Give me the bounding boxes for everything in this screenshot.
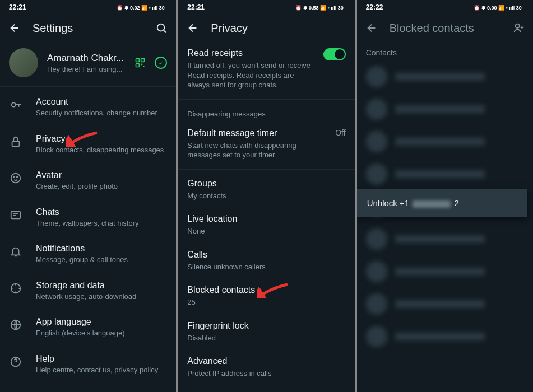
status-bar: 22:21 ⏰ ✽ 0.02 📶 ▫ ııll 30 [0, 0, 176, 15]
svg-rect-8 [12, 141, 20, 146]
contact-name [395, 300, 485, 308]
back-icon[interactable] [365, 21, 378, 35]
unblock-suffix: 2 [454, 198, 458, 208]
contact-name [395, 73, 485, 81]
settings-item-chats[interactable]: ChatsTheme, wallpapers, chat history [0, 199, 176, 236]
profile-name: Amarnath Chakr... [47, 53, 126, 64]
svg-rect-6 [143, 66, 145, 67]
privacy-header: Privacy [178, 15, 354, 41]
contact-item[interactable] [357, 223, 533, 255]
section-disappearing: Disappearing messages [178, 102, 354, 122]
unblock-prefix: Unblock +1 [367, 198, 409, 208]
privacy-screen: 22:21 ⏰ ✽ 0.58 📶 ▫ ııll 30 Privacy Read … [178, 0, 354, 392]
svg-point-7 [12, 102, 16, 106]
svg-text:⏰ ✽ 0.00 📶 ▫ ııll 30: ⏰ ✽ 0.00 📶 ▫ ııll 30 [474, 4, 522, 11]
contact-name [395, 170, 485, 178]
redacted-number [413, 200, 451, 208]
settings-screen: 22:21 ⏰ ✽ 0.02 📶 ▫ ııll 30 Settings Amar… [0, 0, 176, 392]
add-person-icon[interactable] [512, 21, 525, 35]
privacy-calls[interactable]: Calls Silence unknown callers [178, 243, 354, 279]
settings-item-avatar[interactable]: AvatarCreate, edit, profile photo [0, 162, 176, 199]
contact-avatar [366, 261, 387, 282]
profile-text: Amarnath Chakr... Hey there! I am using.… [47, 53, 126, 73]
svg-point-9 [11, 174, 21, 183]
qr-icon[interactable] [135, 57, 146, 68]
svg-point-1 [157, 24, 165, 31]
page-title: Settings [33, 22, 143, 35]
profile-status: Hey there! I am using... [47, 65, 126, 73]
svg-rect-4 [136, 64, 140, 67]
contact-item[interactable] [357, 158, 533, 190]
contact-name [395, 235, 485, 243]
svg-rect-3 [141, 59, 145, 62]
divider [178, 99, 354, 100]
svg-rect-2 [136, 59, 140, 62]
privacy-read-receipts[interactable]: Read receipts If turned off, you won't s… [178, 41, 354, 97]
settings-item-privacy[interactable]: PrivacyBlock contacts, disappearing mess… [0, 126, 176, 163]
settings-header: Settings [0, 15, 176, 41]
contact-item[interactable] [357, 288, 533, 320]
status-icons: ⏰ ✽ 0.00 📶 ▫ ııll 30 [474, 4, 524, 11]
svg-rect-5 [141, 64, 143, 66]
contact-name [395, 138, 485, 146]
chat-icon [9, 208, 22, 222]
status-bar: 22:21 ⏰ ✽ 0.58 📶 ▫ ııll 30 [178, 0, 354, 15]
face-icon [9, 171, 22, 185]
contact-item[interactable] [357, 320, 533, 353]
data-icon [9, 282, 22, 295]
globe-icon [9, 318, 22, 332]
contact-avatar [366, 228, 387, 250]
avatar [9, 48, 38, 77]
privacy-groups[interactable]: Groups My contacts [178, 172, 354, 208]
contact-item[interactable] [357, 255, 533, 288]
privacy-default-timer[interactable]: Default message timer Start new chats wi… [178, 122, 354, 167]
help-icon [9, 355, 22, 368]
contact-avatar [366, 131, 387, 152]
privacy-advanced[interactable]: Advanced Protect IP address in calls [178, 349, 354, 385]
privacy-fingerprint[interactable]: Fingerprint lock Disabled [178, 314, 354, 350]
read-receipts-toggle[interactable] [323, 48, 346, 60]
back-icon[interactable] [8, 21, 21, 35]
timer-value: Off [335, 128, 345, 137]
contact-name [395, 105, 485, 113]
contact-name [395, 268, 485, 276]
contact-avatar [366, 99, 387, 120]
back-icon[interactable] [186, 21, 200, 35]
contact-item[interactable] [357, 60, 533, 93]
privacy-live-location[interactable]: Live location None [178, 207, 354, 243]
search-icon[interactable] [155, 21, 168, 35]
profile-row[interactable]: Amarnath Chakr... Hey there! I am using.… [0, 41, 176, 84]
contact-item[interactable] [357, 125, 533, 158]
svg-point-11 [17, 176, 18, 178]
status-icons: ⏰ ✽ 0.58 📶 ▫ ııll 30 [295, 4, 346, 11]
settings-item-language[interactable]: App languageEnglish (device's language) [0, 309, 176, 346]
svg-point-10 [13, 176, 15, 178]
contact-avatar [366, 66, 387, 87]
unblock-popup[interactable]: Unblock +1 2 [357, 189, 527, 217]
svg-point-18 [515, 24, 519, 28]
status-time: 22:21 [187, 3, 205, 11]
lock-icon [9, 135, 22, 148]
contact-avatar [366, 293, 387, 315]
page-title: Blocked contacts [390, 22, 500, 35]
contacts-label: Contacts [357, 41, 533, 60]
status-bar: 22:22 ⏰ ✽ 0.00 📶 ▫ ııll 30 [357, 0, 533, 15]
status-time: 22:21 [9, 3, 26, 11]
svg-text:⏰ ✽ 0.58 📶 ▫ ııll 30: ⏰ ✽ 0.58 📶 ▫ ııll 30 [295, 4, 344, 11]
contact-item[interactable] [357, 93, 533, 125]
settings-item-help[interactable]: HelpHelp centre, contact us, privacy pol… [0, 346, 176, 383]
privacy-blocked-contacts[interactable]: Blocked contacts 25 [178, 278, 354, 314]
divider [178, 169, 354, 170]
settings-item-notifications[interactable]: NotificationsMessage, group & call tones [0, 236, 176, 273]
settings-item-storage[interactable]: Storage and dataNetwork usage, auto-down… [0, 273, 176, 310]
page-title: Privacy [211, 22, 346, 35]
blocked-header: Blocked contacts [357, 15, 533, 41]
svg-text:⏰ ✽ 0.02 📶 ▫ ııll 30: ⏰ ✽ 0.02 📶 ▫ ııll 30 [117, 4, 165, 11]
verified-icon[interactable]: ✓ [155, 57, 167, 69]
bell-icon [9, 245, 22, 258]
blocked-contacts-screen: 22:22 ⏰ ✽ 0.00 📶 ▫ ııll 30 Blocked conta… [357, 0, 533, 392]
settings-item-account[interactable]: AccountSecurity notifications, change nu… [0, 89, 176, 126]
contact-name [395, 333, 485, 340]
profile-actions: ✓ [135, 57, 167, 69]
key-icon [9, 98, 22, 111]
